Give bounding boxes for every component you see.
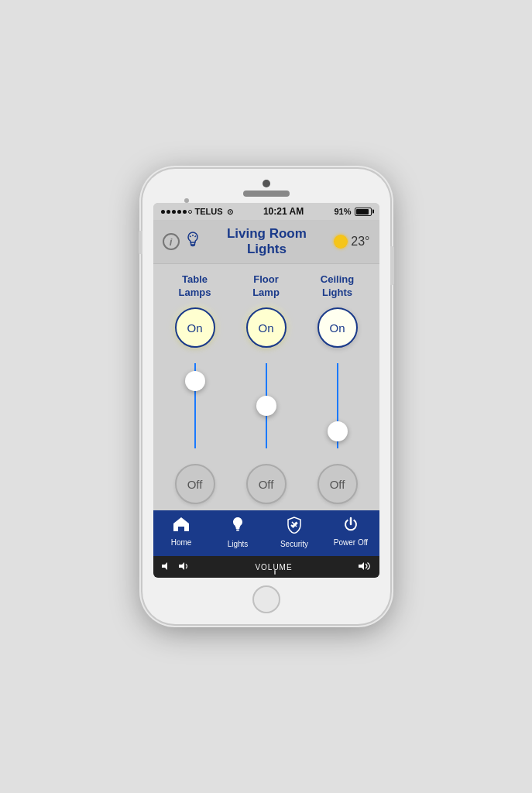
battery-percent: 91% bbox=[334, 207, 351, 216]
phone-frame: TELUS ⊙ 10:21 AM 91% i bbox=[142, 169, 390, 624]
nav-item-security[interactable]: Security bbox=[266, 517, 323, 548]
volume-control[interactable]: VOLUME bbox=[197, 563, 352, 572]
table-lamps-label: Table Lamps bbox=[179, 273, 211, 300]
table-lamps-on-button[interactable]: On bbox=[175, 307, 215, 348]
floor-lamp-thumb[interactable] bbox=[256, 396, 276, 416]
carrier-name: TELUS bbox=[195, 207, 223, 216]
nav-item-lights[interactable]: Lights bbox=[210, 517, 266, 548]
volume-thumb bbox=[274, 570, 276, 575]
nav-power-off-label: Power Off bbox=[334, 538, 368, 547]
signal-dot-1 bbox=[161, 210, 165, 214]
ceiling-lights-on-button[interactable]: On bbox=[317, 307, 358, 348]
power-icon bbox=[343, 517, 359, 536]
table-lamps-thumb[interactable] bbox=[185, 371, 205, 391]
svg-line-2 bbox=[190, 235, 191, 237]
home-icon bbox=[173, 517, 190, 536]
temperature: 23° bbox=[351, 235, 369, 249]
nav-home-label: Home bbox=[171, 538, 192, 547]
svg-marker-6 bbox=[162, 562, 167, 570]
side-button-right bbox=[390, 246, 394, 285]
svg-rect-4 bbox=[236, 527, 240, 529]
bulb-icon bbox=[186, 232, 200, 252]
volume-bar: VOLUME bbox=[153, 556, 379, 578]
wifi-icon: ⊙ bbox=[227, 208, 233, 216]
app-header: i Living Room Lights 23° bbox=[153, 220, 379, 264]
nav-lights-label: Lights bbox=[228, 540, 249, 548]
table-lamps-slider[interactable] bbox=[187, 355, 203, 456]
phone-screen: TELUS ⊙ 10:21 AM 91% i bbox=[153, 203, 379, 578]
battery-icon bbox=[355, 208, 372, 216]
floor-lamp-label: Floor Lamp bbox=[252, 273, 280, 300]
nav-security-label: Security bbox=[280, 540, 308, 548]
status-left: TELUS ⊙ bbox=[161, 207, 233, 216]
signal-dot-3 bbox=[172, 210, 176, 214]
nav-bulb-icon bbox=[231, 517, 245, 537]
info-button[interactable]: i bbox=[163, 233, 180, 250]
light-controls: Table Lamps On Off Floor Lamp On bbox=[153, 264, 379, 510]
status-right: 91% bbox=[334, 207, 371, 216]
sun-icon bbox=[334, 235, 348, 249]
table-lamps-control: Table Lamps On Off bbox=[160, 273, 231, 504]
ceiling-lights-control: Ceiling Lights On Off bbox=[302, 273, 373, 504]
status-time: 10:21 AM bbox=[263, 206, 304, 217]
svg-line-3 bbox=[194, 235, 196, 237]
volume-high-icon bbox=[358, 561, 372, 573]
page-title: Living Room Lights bbox=[206, 226, 328, 257]
side-button-left bbox=[139, 231, 142, 254]
floor-lamp-slider[interactable] bbox=[259, 355, 274, 456]
weather-widget: 23° bbox=[334, 235, 369, 249]
volume-low-icon bbox=[161, 561, 172, 573]
ceiling-lights-thumb[interactable] bbox=[328, 421, 348, 441]
signal-dot-2 bbox=[166, 210, 170, 214]
shield-icon bbox=[287, 517, 302, 537]
bottom-nav: Home Lights bbox=[153, 510, 379, 556]
battery-fill bbox=[356, 209, 369, 215]
ceiling-lights-label: Ceiling Lights bbox=[321, 273, 354, 300]
floor-lamp-control: Floor Lamp On Off bbox=[231, 273, 302, 504]
nav-item-power-off[interactable]: Power Off bbox=[323, 517, 379, 548]
camera bbox=[263, 180, 270, 187]
table-lamps-off-button[interactable]: Off bbox=[175, 464, 215, 504]
phone-top bbox=[153, 180, 379, 197]
speaker bbox=[243, 191, 290, 197]
home-button[interactable] bbox=[252, 585, 280, 613]
signal-dots bbox=[161, 210, 192, 214]
phone-bottom bbox=[153, 585, 379, 613]
signal-dot-4 bbox=[177, 210, 181, 214]
ceiling-lights-slider[interactable] bbox=[330, 355, 345, 456]
signal-dot-6 bbox=[188, 210, 192, 214]
ceiling-lights-off-button[interactable]: Off bbox=[317, 464, 358, 504]
svg-marker-7 bbox=[179, 562, 184, 570]
signal-dot-5 bbox=[183, 210, 187, 214]
svg-marker-8 bbox=[359, 562, 364, 570]
floor-lamp-on-button[interactable]: On bbox=[246, 307, 287, 348]
info-icon: i bbox=[170, 236, 173, 248]
floor-lamp-off-button[interactable]: Off bbox=[246, 464, 287, 504]
nav-item-home[interactable]: Home bbox=[153, 517, 210, 548]
volume-mid-icon bbox=[178, 561, 190, 573]
status-bar: TELUS ⊙ 10:21 AM 91% bbox=[153, 203, 379, 220]
svg-rect-5 bbox=[236, 530, 239, 531]
